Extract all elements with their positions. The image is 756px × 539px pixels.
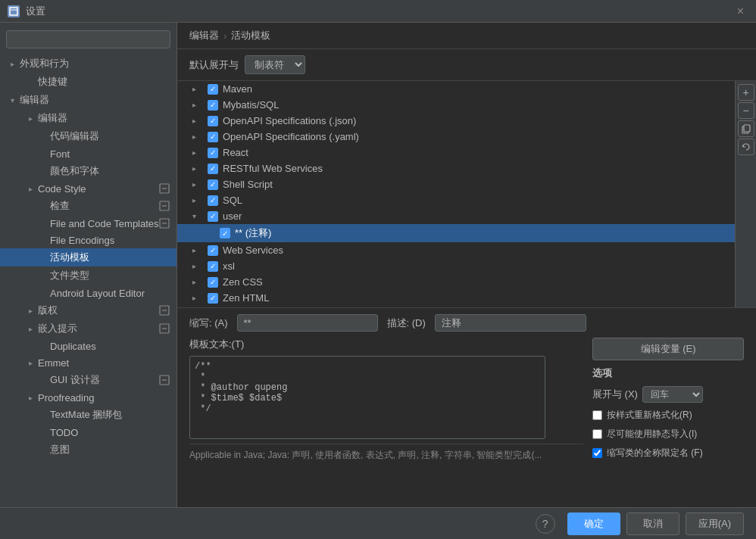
desc-input[interactable] [435, 314, 586, 332]
add-template-button[interactable]: + [738, 84, 754, 101]
sidebar-item-file-code-templates[interactable]: File and Code Templates [0, 215, 177, 232]
sidebar-item-intention[interactable]: 意图 [0, 441, 177, 459]
list-item-user-comment[interactable]: ** (注释) [177, 224, 735, 242]
cancel-button[interactable]: 取消 [626, 513, 679, 535]
help-button[interactable]: ? [536, 514, 555, 534]
sidebar-label-android-layout: Android Layout Editor [50, 288, 145, 299]
list-item-mybatis[interactable]: Mybatis/SQL [177, 97, 735, 113]
list-item-react[interactable]: React [177, 145, 735, 160]
arrow-emmet [24, 357, 36, 369]
check-restful[interactable] [208, 164, 218, 174]
template-textarea[interactable]: /** * * @author qupeng * $time$ $date$ *… [189, 356, 545, 439]
checkbox-reformat-label: 按样式重新格式化(R) [607, 409, 692, 422]
abbrev-label: 缩写: (A) [189, 316, 228, 330]
template-right: 编辑变量 (E) 选项 展开与 (X) 回车 Tab Space 按样式重新格式… [592, 338, 744, 462]
sidebar-item-code-style[interactable]: Code Style [0, 180, 177, 197]
check-shell[interactable] [208, 179, 218, 190]
sidebar-item-proofreading[interactable]: Proofreading [0, 389, 177, 406]
copy-template-button[interactable] [738, 120, 754, 137]
check-maven[interactable] [208, 84, 218, 95]
list-item-openapi-yaml[interactable]: OpenAPI Specifications (.yaml) [177, 129, 735, 145]
sidebar-item-file-types[interactable]: 文件类型 [0, 266, 177, 285]
bottom-bar: ? 确定 取消 应用(A) [0, 507, 756, 539]
label-xsl: xsl [223, 260, 235, 272]
expand-with-select[interactable]: 回车 Tab Space [642, 386, 703, 403]
sidebar-item-editor-sub[interactable]: 编辑器 [0, 109, 177, 127]
sidebar-label-editor: 编辑器 [20, 93, 49, 107]
abbrev-input[interactable] [237, 314, 378, 332]
check-openapi-yaml[interactable] [208, 132, 218, 142]
check-openapi-json[interactable] [208, 116, 218, 126]
expand-select[interactable]: 制表符 [245, 55, 305, 74]
check-user[interactable] [208, 211, 218, 222]
check-zen-css[interactable] [208, 277, 218, 288]
arrow-maven [192, 85, 203, 93]
checkbox-shorten-input[interactable] [592, 448, 602, 458]
checkbox-reformat-input[interactable] [592, 410, 602, 420]
confirm-button[interactable]: 确定 [567, 513, 620, 535]
sidebar-item-android-layout[interactable]: Android Layout Editor [0, 285, 177, 301]
sidebar-item-live-templates[interactable]: 活动模板 [0, 248, 177, 266]
apply-button[interactable]: 应用(A) [686, 513, 744, 535]
close-button[interactable]: × [733, 3, 748, 20]
sidebar-item-color-font[interactable]: 颜色和字体 [0, 162, 177, 180]
reset-template-button[interactable] [738, 139, 754, 155]
sidebar-item-keymap[interactable]: 快捷键 [0, 73, 177, 91]
sidebar-item-appearance[interactable]: 外观和行为 [0, 55, 177, 73]
check-react[interactable] [208, 148, 218, 158]
label-maven: Maven [223, 83, 252, 95]
check-sql[interactable] [208, 195, 218, 206]
list-item-restful[interactable]: RESTful Web Services [177, 160, 735, 176]
list-item-openapi-json[interactable]: OpenAPI Specifications (.json) [177, 113, 735, 129]
template-text-label: 模板文本:(T) [189, 338, 583, 351]
check-xsl[interactable] [208, 261, 218, 272]
arrow-zen-css [192, 278, 203, 286]
sidebar-item-file-encodings[interactable]: File Encodings [0, 232, 177, 248]
sidebar-item-emmet[interactable]: Emmet [0, 354, 177, 371]
check-mybatis[interactable] [208, 100, 218, 111]
sidebar-label-gui-designer: GUI 设计器 [50, 373, 100, 387]
search-input[interactable] [6, 30, 170, 48]
arrow-react [192, 148, 203, 157]
sidebar-item-font[interactable]: Font [0, 145, 177, 162]
label-shell: Shell Script [223, 179, 273, 190]
label-web-services: Web Services [223, 245, 283, 256]
check-web-services[interactable] [208, 245, 218, 256]
list-item-maven[interactable]: Maven [177, 81, 735, 97]
checkbox-static-import: 尽可能使用静态导入(I) [592, 428, 744, 441]
sidebar-item-gui-designer[interactable]: GUI 设计器 [0, 371, 177, 389]
sidebar-item-copyright[interactable]: 版权 [0, 301, 177, 319]
sidebar-label-keymap: 快捷键 [38, 75, 67, 89]
list-item-zen-html[interactable]: Zen HTML [177, 290, 735, 306]
remove-template-button[interactable]: − [738, 102, 754, 119]
label-zen-html: Zen HTML [223, 292, 269, 304]
breadcrumb-sep: › [223, 30, 226, 42]
list-item-sql[interactable]: SQL [177, 192, 735, 208]
sidebar-label-code-editor: 代码编辑器 [50, 129, 99, 143]
checkbox-shorten-fqn: 缩写类的全称限定名 (F) [592, 447, 744, 460]
arrow-appearance [6, 58, 18, 70]
check-zen-html[interactable] [208, 293, 218, 304]
badge-gui [158, 374, 170, 386]
sidebar-item-inspection[interactable]: 检查 [0, 197, 177, 215]
label-user-comment: ** (注释) [235, 226, 271, 240]
edit-vars-button[interactable]: 编辑变量 (E) [592, 338, 744, 360]
sidebar-item-duplicates[interactable]: Duplicates [0, 338, 177, 354]
sidebar-item-code-editor[interactable]: 代码编辑器 [0, 127, 177, 145]
sidebar-item-todo[interactable]: TODO [0, 424, 177, 441]
sidebar-item-inlay-hints[interactable]: 嵌入提示 [0, 319, 177, 338]
sidebar-item-editor-group[interactable]: 编辑器 [0, 91, 177, 109]
applicable-text: Applicable in Java; Java: 声明, 使用者函数, 表达式… [189, 444, 583, 462]
check-user-comment[interactable] [220, 228, 230, 238]
sidebar-item-textmate[interactable]: TextMate 捆绑包 [0, 406, 177, 424]
sidebar-label-font: Font [50, 148, 70, 160]
checkbox-static-input[interactable] [592, 429, 602, 439]
checkbox-reformat: 按样式重新格式化(R) [592, 409, 744, 422]
list-item-web-services[interactable]: Web Services [177, 242, 735, 258]
list-item-user[interactable]: user [177, 208, 735, 224]
list-item-shell[interactable]: Shell Script [177, 176, 735, 192]
checkbox-static-label: 尽可能使用静态导入(I) [607, 428, 697, 441]
list-item-zen-css[interactable]: Zen CSS [177, 274, 735, 290]
sidebar-label-textmate: TextMate 捆绑包 [50, 408, 122, 422]
list-item-xsl[interactable]: xsl [177, 258, 735, 274]
